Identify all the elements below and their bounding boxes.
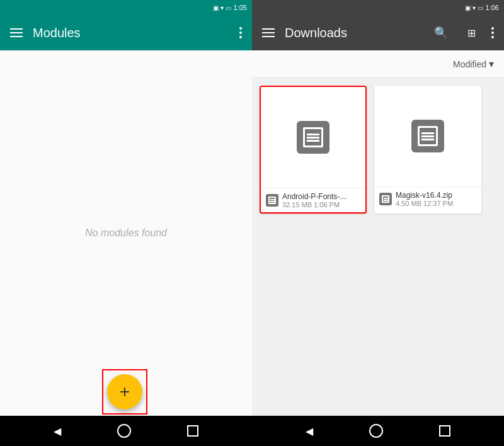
wifi-icon-right: ▾ <box>472 4 476 11</box>
more-dot <box>491 36 494 38</box>
recent-icon-right <box>439 425 450 437</box>
status-bar-left: ▣ ▾ ▭ 1:05 <box>0 0 252 15</box>
back-icon-left: ◀ <box>54 425 61 437</box>
wifi-icon-left: ▾ <box>220 4 224 11</box>
zip-icon-inner <box>303 127 323 147</box>
status-icons-right: ▣ ▾ ▭ <box>465 4 483 11</box>
search-button[interactable]: 🔍 <box>431 23 451 43</box>
zip-line <box>421 139 434 140</box>
more-dot <box>491 31 494 34</box>
file-text-0: Android-P-Fonts-... 32.15 MB 1:06 PM <box>282 192 346 209</box>
hamburger-line <box>262 36 275 37</box>
zip-small-line <box>384 200 388 201</box>
sim-icon-right: ▣ <box>465 4 471 11</box>
nav-home-right[interactable] <box>369 424 383 438</box>
more-button-left[interactable] <box>239 27 242 38</box>
zip-line <box>307 140 319 142</box>
file-thumbnail-0 <box>261 87 365 188</box>
zip-icon-large-1 <box>411 120 444 152</box>
zip-small-inner <box>268 197 276 204</box>
file-meta-0: 32.15 MB 1:06 PM <box>282 201 346 209</box>
right-panel: ▣ ▾ ▭ 1:06 Downloads 🔍 ⊞ Modified ▾ <box>252 0 504 446</box>
nav-back-right[interactable]: ◀ <box>306 425 313 437</box>
hamburger-line <box>10 32 23 33</box>
more-dot <box>239 36 242 38</box>
hamburger-line <box>262 32 275 33</box>
zip-small-line <box>384 198 388 199</box>
sort-arrow[interactable]: ▾ <box>489 58 494 70</box>
file-text-1: Magisk-v16.4.zip 4.50 MB 12:37 PM <box>396 191 453 207</box>
nav-recent-left[interactable] <box>187 425 198 437</box>
empty-message: No modules found <box>85 227 167 239</box>
menu-icon-right[interactable] <box>262 28 275 37</box>
fab-container: + <box>107 374 142 409</box>
file-thumbnail-1 <box>374 86 481 186</box>
file-card-1[interactable]: Magisk-v16.4.zip 4.50 MB 12:37 PM <box>374 86 481 214</box>
files-grid: Android-P-Fonts-... 32.15 MB 1:06 PM <box>252 78 504 416</box>
zip-icon-large-0 <box>297 121 329 154</box>
grid-view-button[interactable]: ⊞ <box>461 23 481 43</box>
zip-icon-inner <box>418 126 438 146</box>
hamburger-line <box>10 28 23 30</box>
home-icon-right <box>369 424 383 438</box>
zip-line <box>307 134 319 135</box>
status-bar-right: ▣ ▾ ▭ 1:06 <box>252 0 504 15</box>
file-meta-1: 4.50 MB 12:37 PM <box>396 200 453 207</box>
file-icon-small-0 <box>266 194 278 207</box>
zip-small-line <box>270 199 275 200</box>
toolbar-title-left: Modules <box>33 26 229 40</box>
content-area-left: No modules found <box>0 50 252 416</box>
nav-bar-left: ◀ <box>0 416 252 446</box>
toolbar-right: Downloads 🔍 ⊞ <box>252 15 504 50</box>
zip-line <box>421 135 434 137</box>
zip-line <box>421 132 434 134</box>
hamburger-line <box>262 28 275 30</box>
file-icon-small-1 <box>379 193 392 205</box>
toolbar-left: Modules <box>0 15 252 50</box>
nav-home-left[interactable] <box>117 424 131 438</box>
sort-bar: Modified ▾ <box>252 50 504 78</box>
back-icon-right: ◀ <box>306 425 313 437</box>
sort-label[interactable]: Modified <box>453 59 486 69</box>
file-name-1: Magisk-v16.4.zip <box>396 191 453 200</box>
nav-back-left[interactable]: ◀ <box>54 425 61 437</box>
fab-highlight-box <box>102 369 147 415</box>
file-info-0: Android-P-Fonts-... 32.15 MB 1:06 PM <box>261 188 365 212</box>
toolbar-title-right: Downloads <box>285 26 421 40</box>
zip-small-line <box>270 201 275 202</box>
status-icons-left: ▣ ▾ ▭ <box>213 4 231 11</box>
time-right: 1:06 <box>486 4 499 11</box>
file-info-1: Magisk-v16.4.zip 4.50 MB 12:37 PM <box>374 186 481 211</box>
battery-icon-right: ▭ <box>478 4 483 11</box>
zip-line <box>307 137 319 139</box>
zip-small-inner <box>382 195 389 203</box>
file-name-0: Android-P-Fonts-... <box>282 192 346 201</box>
nav-bar-right: ◀ <box>252 416 504 446</box>
more-dot <box>491 27 494 30</box>
hamburger-line <box>10 36 23 37</box>
recent-icon-left <box>187 425 198 437</box>
more-dot <box>239 31 242 34</box>
home-icon-left <box>117 424 131 438</box>
more-dot <box>239 27 242 30</box>
fab-wrapper: + <box>107 374 142 409</box>
nav-recent-right[interactable] <box>439 425 450 437</box>
time-left: 1:05 <box>234 4 247 11</box>
menu-icon-left[interactable] <box>10 28 23 37</box>
more-button-right[interactable] <box>491 27 494 38</box>
file-card-0[interactable]: Android-P-Fonts-... 32.15 MB 1:06 PM <box>260 86 367 214</box>
battery-icon-left: ▭ <box>226 4 231 11</box>
sim-icon-left: ▣ <box>213 4 219 11</box>
